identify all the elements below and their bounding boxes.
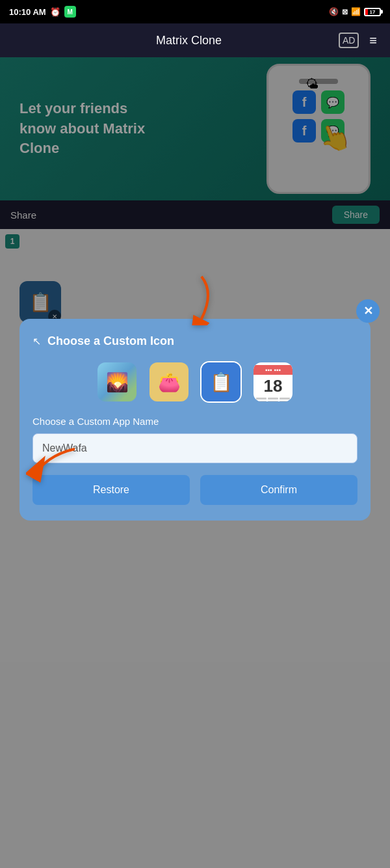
page-title: Matrix Clone bbox=[39, 34, 339, 47]
icon-options-row: 🌄 👛 📋 ▪▪▪ ▪▪▪ 18 bbox=[32, 361, 358, 403]
app-icon-small: M bbox=[64, 6, 76, 18]
ad-block-icon[interactable]: AD bbox=[339, 33, 359, 48]
status-left: 10:10 AM ⏰ M bbox=[9, 6, 76, 18]
app-name-input[interactable] bbox=[32, 433, 358, 463]
cursor-icon: ↖ bbox=[32, 335, 41, 347]
confirm-button[interactable]: Confirm bbox=[200, 475, 358, 505]
dialog-buttons-row: Restore Confirm bbox=[32, 475, 358, 505]
top-nav: Matrix Clone AD ≡ bbox=[0, 23, 390, 57]
book-icon: 📋 bbox=[202, 362, 240, 401]
app-name-section-label: Choose a Custom App Name bbox=[32, 416, 358, 427]
menu-icon[interactable]: ≡ bbox=[369, 33, 377, 48]
wifi-icon: 📶 bbox=[351, 7, 361, 16]
dialog-title-text: Choose a Custom Icon bbox=[47, 334, 174, 348]
calendar-icon: ▪▪▪ ▪▪▪ 18 bbox=[254, 362, 292, 401]
battery-level: 17 bbox=[370, 9, 376, 15]
status-bar: 10:10 AM ⏰ M 🔇 ⊠ 📶 17 bbox=[0, 0, 390, 23]
restore-button[interactable]: Restore bbox=[32, 475, 190, 505]
nav-icons: AD ≡ bbox=[339, 33, 377, 48]
wallet-icon: 👛 bbox=[150, 362, 188, 401]
icon-option-calendar[interactable]: ▪▪▪ ▪▪▪ 18 bbox=[252, 361, 294, 403]
time-display: 10:10 AM bbox=[9, 7, 46, 17]
icon-option-book[interactable]: 📋 bbox=[200, 361, 242, 403]
battery-icon: 17 bbox=[364, 8, 381, 16]
custom-icon-dialog: ↖ Choose a Custom Icon 🌄 👛 📋 ▪▪▪ ▪▪▪ 18 bbox=[20, 319, 370, 521]
signal-icon: ⊠ bbox=[342, 8, 348, 16]
dialog-title-row: ↖ Choose a Custom Icon bbox=[32, 334, 358, 348]
alarm-icon: ⏰ bbox=[50, 7, 60, 17]
icon-option-wallet[interactable]: 👛 bbox=[148, 361, 190, 403]
mute-icon: 🔇 bbox=[329, 7, 339, 16]
icon-option-landscape[interactable]: 🌄 bbox=[96, 361, 138, 403]
close-button[interactable]: ✕ bbox=[356, 299, 380, 323]
landscape-icon: 🌄 bbox=[98, 362, 136, 401]
status-right: 🔇 ⊠ 📶 17 bbox=[329, 7, 381, 16]
